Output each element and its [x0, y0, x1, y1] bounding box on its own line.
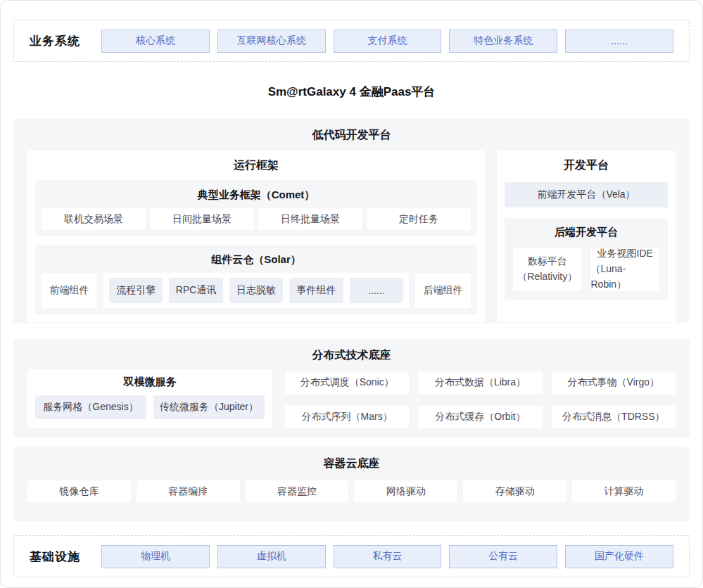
container-cloud-cell: 计算驱动 [572, 480, 676, 502]
backend-dev-title: 后端开发平台 [513, 222, 659, 245]
business-system-box: 支付系统 [334, 30, 442, 53]
business-system-box: 互联网核心系统 [217, 30, 326, 53]
traditional-microservice-tag: 传统微服务（Jupiter） [153, 395, 265, 419]
business-systems-label: 业务系统 [30, 33, 101, 49]
infrastructure-box: 物理机 [101, 545, 210, 568]
distributed-base-section: 分布式技术底座 双模微服务 服务网格（Genesis） 传统微服务（Jupite… [13, 339, 690, 437]
container-cloud-cell: 存储驱动 [463, 480, 566, 502]
solar-tag-strip: 流程引擎 RPC通讯 日志脱敏 事件组件 ...... [103, 273, 409, 308]
distributed-service-cell: 分布式事物（Virgo） [552, 371, 676, 394]
distributed-service-cell: 分布式缓存（Orbit） [418, 406, 542, 428]
infrastructure-box: 虚拟机 [217, 545, 326, 568]
infrastructure-box: 私有云 [334, 545, 442, 568]
container-cloud-title: 容器云底座 [13, 447, 690, 471]
comet-scenario-cell: 定时任务 [367, 208, 471, 230]
distributed-services-grid: 分布式调度（Sonic） 分布式数据（Libra） 分布式事物（Virgo） 分… [285, 369, 676, 428]
comet-scenario-cell: 日间批量场景 [150, 208, 254, 230]
dev-platform-panel: 开发平台 前端开发平台（Vela） 后端开发平台 数标平台 （Relativit… [497, 151, 676, 322]
back-component-cell: 后端组件 [415, 273, 471, 308]
business-system-box: 核心系统 [101, 30, 210, 53]
infrastructure-label: 基础设施 [30, 549, 101, 565]
distributed-service-cell: 分布式消息（TDRSS） [552, 406, 676, 428]
infrastructure-band: 基础设施 物理机 虚拟机 私有云 公有云 国产化硬件 [13, 535, 690, 577]
business-systems-boxes: 核心系统 互联网核心系统 支付系统 特色业务系统 ...... [101, 30, 673, 53]
infrastructure-box: 国产化硬件 [565, 545, 673, 568]
luna-robin-code: （Luna-Robin） [591, 262, 660, 292]
runtime-framework-panel: 运行框架 典型业务框架（Comet） 联机交易场景 日间批量场景 日终批量场景 … [27, 151, 485, 322]
business-system-box: ...... [565, 30, 673, 53]
infrastructure-boxes: 物理机 虚拟机 私有云 公有云 国产化硬件 [101, 545, 673, 568]
platform-title: Sm@rtGalaxy 4 金融Paas平台 [1, 84, 702, 100]
vela-frontend-platform-box: 前端开发平台（Vela） [505, 182, 668, 207]
business-system-box: 特色业务系统 [449, 30, 557, 53]
dual-mode-title: 双模微服务 [35, 371, 265, 395]
low-code-section: 低代码开发平台 运行框架 典型业务框架（Comet） 联机交易场景 日间批量场景… [13, 119, 690, 323]
container-cloud-cell: 容器编排 [137, 480, 240, 502]
luna-robin-name: 业务视图IDE [597, 246, 653, 262]
backend-dev-platform-box: 后端开发平台 数标平台 （Relativity） 业务视图IDE （Luna-R… [505, 218, 668, 300]
relativity-code: （Relativity） [517, 269, 577, 285]
solar-tag: 流程引擎 [109, 278, 163, 303]
distributed-base-title: 分布式技术底座 [13, 339, 690, 363]
distributed-service-cell: 分布式调度（Sonic） [285, 371, 409, 394]
container-cloud-section: 容器云底座 镜像仓库 容器编排 容器监控 网络驱动 存储驱动 计算驱动 [13, 447, 690, 521]
distributed-service-cell: 分布式序列（Mars） [285, 406, 409, 428]
solar-tag: ...... [350, 278, 403, 303]
container-cloud-cell: 镜像仓库 [27, 480, 131, 502]
luna-robin-ide-cell: 业务视图IDE （Luna-Robin） [591, 248, 660, 291]
dev-platform-title: 开发平台 [505, 152, 668, 180]
solar-tag: RPC通讯 [169, 278, 222, 303]
comet-scenario-cell: 日终批量场景 [258, 208, 362, 230]
dual-mode-microservice-panel: 双模微服务 服务网格（Genesis） 传统微服务（Jupiter） [27, 369, 272, 428]
distributed-service-cell: 分布式数据（Libra） [418, 371, 542, 394]
comet-scenario-cell: 联机交易场景 [42, 208, 146, 230]
relativity-platform-cell: 数标平台 （Relativity） [513, 248, 582, 291]
container-cloud-cell: 网络驱动 [354, 480, 457, 502]
architecture-diagram: 业务系统 核心系统 互联网核心系统 支付系统 特色业务系统 ...... Sm@… [0, 0, 703, 588]
runtime-framework-title: 运行框架 [35, 152, 477, 180]
service-mesh-tag: 服务网格（Genesis） [35, 395, 146, 419]
business-systems-band: 业务系统 核心系统 互联网核心系统 支付系统 特色业务系统 ...... [13, 20, 690, 62]
comet-title: 典型业务框架（Comet） [42, 185, 471, 208]
solar-component-box: 组件云仓（Solar） 前端组件 流程引擎 RPC通讯 日志脱敏 事件组件 ..… [35, 245, 477, 314]
solar-title: 组件云仓（Solar） [42, 250, 471, 273]
comet-framework-box: 典型业务框架（Comet） 联机交易场景 日间批量场景 日终批量场景 定时任务 [35, 180, 477, 236]
infrastructure-box: 公有云 [449, 545, 557, 568]
container-cloud-cell: 容器监控 [246, 480, 349, 502]
solar-tag: 事件组件 [289, 278, 343, 303]
relativity-name: 数标平台 [528, 254, 567, 269]
low-code-title: 低代码开发平台 [13, 119, 690, 143]
front-component-cell: 前端组件 [42, 273, 97, 308]
solar-tag: 日志脱敏 [229, 278, 283, 303]
